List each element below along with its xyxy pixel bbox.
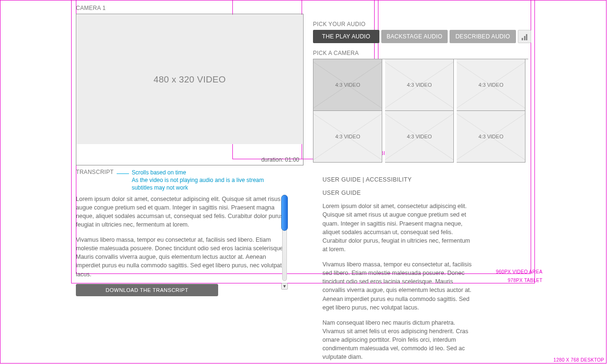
- camera-cell-label: 4:3 VIDEO: [335, 82, 360, 88]
- camera-cell-5[interactable]: 4:3 VIDEO: [385, 111, 454, 163]
- guide-p2: Vivamus libero massa, tempor eu consecte…: [322, 260, 474, 312]
- guide-heading: USER GUIDE | ACCESSIBILITY: [322, 175, 522, 184]
- transcript-annotation: Scrolls based on time As the video is no…: [132, 169, 279, 192]
- camera-cell-label: 4:3 VIDEO: [478, 134, 504, 139]
- guide-sub-userguide: USER GUIDE: [322, 189, 522, 197]
- transcript-note-1: Scrolls based on time: [132, 169, 279, 176]
- audio-option-described[interactable]: DESCRIBED AUDIO: [450, 30, 516, 43]
- camera-cell-6[interactable]: 4:3 VIDEO: [457, 111, 525, 163]
- guide-p3: Nam consequat libero nec mauris dictum p…: [322, 318, 474, 362]
- scroll-thumb[interactable]: [281, 195, 288, 231]
- transcript-p2: Vivamus libero massa, tempor eu consecte…: [76, 236, 289, 279]
- scroll-down-icon[interactable]: ▼: [281, 283, 288, 290]
- pick-camera-heading: PICK A CAMERA: [313, 50, 531, 56]
- main-video-frame[interactable]: 480 x 320 VIDEO duration: 01:00: [76, 14, 304, 165]
- transcript-scrollbar[interactable]: ▼: [281, 195, 288, 290]
- video-duration: duration: 01:00: [261, 156, 299, 163]
- transcript-heading: TRANSCRIPT: [76, 169, 114, 175]
- transcript-text: Lorem ipsum dolor sit amet, consectetur …: [76, 195, 289, 279]
- volume-icon[interactable]: [518, 30, 531, 43]
- annotation-line: [117, 173, 129, 174]
- camera-label: CAMERA 1: [76, 5, 304, 11]
- camera-grid: 4:3 VIDEO 4:3 VIDEO 4:3 VIDEO 4:3 VIDEO …: [313, 59, 528, 163]
- transcript-p1: Lorem ipsum dolor sit amet, consectetur …: [76, 195, 289, 229]
- camera-cell-label: 4:3 VIDEO: [335, 134, 360, 139]
- pick-audio-heading: PICK YOUR AUDIO: [313, 21, 531, 27]
- video-placeholder: 480 x 320 VIDEO: [77, 15, 303, 144]
- guide-label-desktop: 1280 X 768 DESKTOP: [553, 357, 604, 363]
- camera-cell-label: 4:3 VIDEO: [407, 82, 432, 88]
- camera-cell-3[interactable]: 4:3 VIDEO: [457, 59, 525, 111]
- camera-cell-2[interactable]: 4:3 VIDEO: [385, 59, 454, 111]
- camera-cell-label: 4:3 VIDEO: [407, 134, 432, 139]
- guide-p1: Lorem ipsum dolor sit amet, consectetur …: [322, 202, 474, 254]
- audio-option-play[interactable]: THE PLAY AUDIO: [313, 30, 379, 43]
- audio-option-backstage[interactable]: BACKSTAGE AUDIO: [381, 30, 448, 43]
- camera-cell-4[interactable]: 4:3 VIDEO: [313, 111, 382, 163]
- transcript-note-2: As the video is not playing audio and is…: [132, 176, 279, 191]
- audio-options-row: THE PLAY AUDIO BACKSTAGE AUDIO DESCRIBED…: [313, 30, 531, 43]
- camera-cell-1[interactable]: 4:3 VIDEO: [313, 59, 382, 111]
- bars-icon: [522, 34, 527, 40]
- camera-cell-label: 4:3 VIDEO: [478, 82, 504, 88]
- download-transcript-button[interactable]: DOWNLOAD THE TRANSCRIPT: [76, 284, 218, 296]
